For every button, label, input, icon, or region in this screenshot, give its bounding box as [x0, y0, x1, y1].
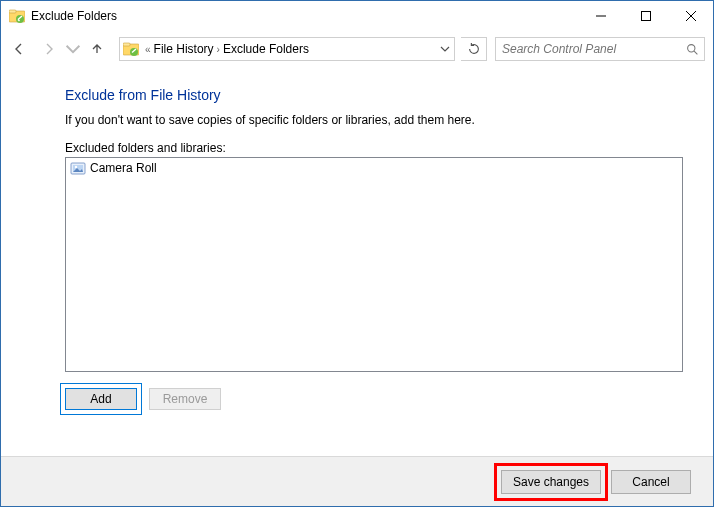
forward-button[interactable]: [35, 35, 63, 63]
list-item[interactable]: Camera Roll: [66, 158, 682, 178]
svg-rect-8: [123, 43, 130, 46]
location-icon: [120, 41, 142, 57]
svg-point-9: [130, 48, 138, 56]
breadcrumb-prefix: «: [145, 44, 151, 55]
add-button[interactable]: Add: [65, 388, 137, 410]
address-bar[interactable]: « File History › Exclude Folders: [119, 37, 455, 61]
refresh-button[interactable]: [461, 37, 487, 61]
svg-point-10: [688, 44, 695, 51]
svg-point-14: [75, 166, 77, 168]
cancel-button[interactable]: Cancel: [611, 470, 691, 494]
search-box[interactable]: [495, 37, 705, 61]
svg-line-11: [694, 51, 697, 54]
footer-bar: Save changes Cancel: [1, 456, 713, 506]
window-title: Exclude Folders: [31, 9, 117, 23]
page-description: If you don't want to save copies of spec…: [65, 113, 683, 127]
list-item-label: Camera Roll: [90, 161, 157, 175]
search-input[interactable]: [500, 41, 685, 57]
exclusions-listbox[interactable]: Camera Roll: [65, 157, 683, 372]
recent-locations-button[interactable]: [65, 35, 81, 63]
minimize-button[interactable]: [578, 1, 623, 31]
breadcrumb[interactable]: « File History › Exclude Folders: [142, 42, 436, 56]
nav-bar: « File History › Exclude Folders: [1, 31, 713, 67]
list-buttons-row: Add Remove: [65, 388, 683, 410]
address-dropdown-button[interactable]: [436, 44, 454, 54]
list-label: Excluded folders and libraries:: [65, 141, 683, 155]
svg-point-2: [16, 15, 24, 23]
title-bar: Exclude Folders: [1, 1, 713, 31]
picture-folder-icon: [70, 160, 86, 176]
search-icon[interactable]: [685, 43, 700, 56]
breadcrumb-item[interactable]: Exclude Folders: [223, 42, 309, 56]
back-button[interactable]: [5, 35, 33, 63]
app-icon: [9, 8, 25, 24]
content-area: Exclude from File History If you don't w…: [1, 67, 713, 456]
close-button[interactable]: [668, 1, 713, 31]
save-changes-button[interactable]: Save changes: [501, 470, 601, 494]
breadcrumb-item[interactable]: File History: [154, 42, 214, 56]
remove-button: Remove: [149, 388, 221, 410]
chevron-right-icon: ›: [217, 44, 220, 55]
up-button[interactable]: [83, 35, 111, 63]
window-frame: Exclude Folders: [0, 0, 714, 507]
svg-rect-1: [9, 10, 16, 13]
svg-rect-4: [641, 12, 650, 21]
page-title: Exclude from File History: [65, 87, 683, 103]
maximize-button[interactable]: [623, 1, 668, 31]
